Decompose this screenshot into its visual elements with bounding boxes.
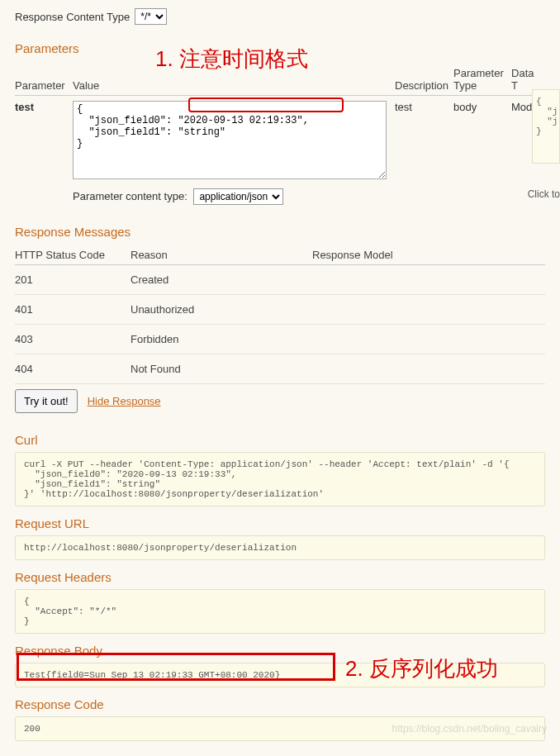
response-body-title: Response Body: [15, 644, 545, 658]
response-messages-title: Response Messages: [15, 225, 545, 239]
response-body-output: Test{field0=Sun Sep 13 02:19:33 GMT+08:0…: [15, 663, 545, 687]
col-status-code: HTTP Status Code: [15, 244, 131, 265]
curl-output: curl -X PUT --header 'Content-Type: appl…: [15, 452, 545, 506]
response-code-title: Response Code: [15, 697, 545, 711]
parameters-title: Parameters: [15, 41, 545, 55]
response-content-type-label: Response Content Type: [15, 11, 130, 23]
parameters-table: Parameter Value Description Parameter Ty…: [15, 60, 545, 208]
parameter-content-type-select[interactable]: application/json: [193, 188, 283, 205]
response-code-output: 200: [15, 716, 545, 741]
param-description: test: [395, 96, 453, 209]
table-row: 404Not Found: [15, 354, 545, 384]
response-content-type-select[interactable]: */*: [135, 8, 167, 25]
table-row: 403Forbidden: [15, 325, 545, 354]
schema-box: { "j "j }: [532, 89, 560, 164]
param-type: body: [453, 96, 511, 209]
col-parameter: Parameter: [15, 60, 73, 96]
col-reason: Reason: [131, 244, 312, 265]
request-headers-output: { "Accept": "*/*" }: [15, 589, 545, 634]
click-to-hint: Click to: [528, 188, 560, 200]
param-name: test: [15, 101, 34, 113]
col-value: Value: [73, 60, 395, 96]
request-url-title: Request URL: [15, 516, 545, 530]
request-headers-title: Request Headers: [15, 570, 545, 584]
response-messages-table: HTTP Status Code Reason Response Model 2…: [15, 244, 545, 384]
request-url-output: http://localhost:8080/jsonproperty/deser…: [15, 535, 545, 560]
col-parameter-type: Parameter Type: [453, 60, 511, 96]
curl-title: Curl: [15, 433, 545, 447]
param-value-textarea[interactable]: [73, 101, 387, 179]
table-row: 201Created: [15, 265, 545, 295]
table-row: 401Unauthorized: [15, 295, 545, 325]
hide-response-link[interactable]: Hide Response: [88, 395, 161, 407]
table-row: test Parameter content type: application…: [15, 96, 545, 209]
col-description: Description: [395, 60, 453, 96]
parameter-content-type-label: Parameter content type:: [73, 190, 187, 202]
try-it-out-button[interactable]: Try it out!: [15, 389, 78, 413]
col-response-model: Response Model: [312, 244, 545, 265]
